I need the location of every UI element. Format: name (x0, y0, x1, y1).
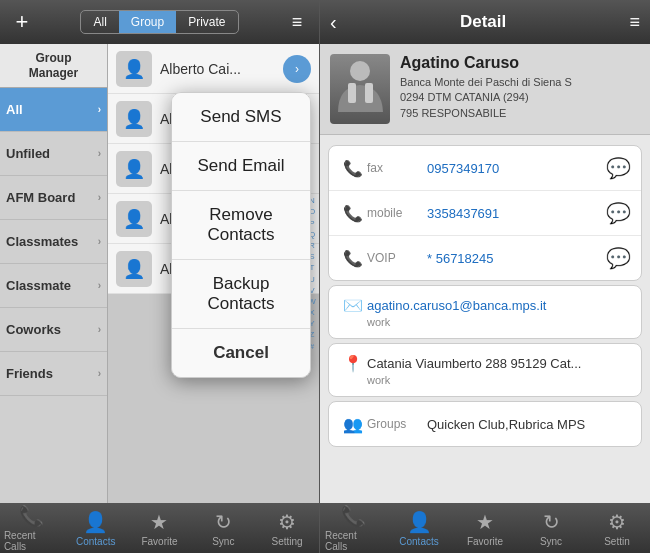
star-icon: ★ (150, 510, 168, 534)
sidebar-item-label: All (6, 102, 23, 117)
chevron-icon: › (98, 324, 101, 335)
sidebar-item-friends[interactable]: Friends › (0, 352, 107, 396)
groups-section: 👥 Groups Quicken Club,Rubrica MPS (328, 401, 642, 447)
chevron-icon: › (98, 280, 101, 291)
contact-company: Banca Monte dei Paschi di Siena S (400, 75, 640, 90)
email-row: ✉️ agatino.caruso1@banca.mps.it work (329, 286, 641, 338)
left-bottom-bar: 📞 Recent Calls 👤 Contacts ★ Favorite ↻ S… (0, 503, 319, 553)
menu-icon[interactable]: ≡ (283, 12, 311, 33)
send-sms-button[interactable]: Send SMS (172, 93, 310, 142)
tab-sync[interactable]: ↻ Sync (195, 510, 251, 547)
tab-label: Recent Calls (325, 530, 381, 552)
phone-icon: 📞 (339, 249, 367, 268)
location-icon: 📍 (339, 354, 367, 373)
detail-tab-sync[interactable]: ↻ Sync (523, 510, 579, 547)
detail-top-bar: ‹ Detail ≡ (320, 0, 650, 44)
detail-tab-favorite[interactable]: ★ Favorite (457, 510, 513, 547)
mobile-row: 📞 mobile 3358437691 💬 (329, 191, 641, 236)
email-value[interactable]: agatino.caruso1@banca.mps.it (367, 298, 631, 313)
chat-icon[interactable]: 💬 (606, 201, 631, 225)
sidebar-item-label: Coworks (6, 322, 61, 337)
sidebar-item-label: AFM Board (6, 190, 75, 205)
sidebar-top: Group Manager (0, 44, 107, 88)
sidebar-item-all[interactable]: All › (0, 88, 107, 132)
svg-rect-2 (365, 83, 373, 103)
detail-bottom-bar: 📞 Recent Calls 👤 Contacts ★ Favorite ↻ S… (320, 503, 650, 553)
chevron-icon: › (98, 236, 101, 247)
tab-group[interactable]: Group (119, 11, 176, 33)
fax-label: fax (367, 161, 427, 175)
left-panel: + All Group Private ≡ Group Manager All … (0, 0, 320, 553)
phone-icon: 📞 (339, 204, 367, 223)
tab-label: Sync (212, 536, 234, 547)
tab-recent-calls[interactable]: 📞 Recent Calls (4, 504, 60, 552)
tab-private[interactable]: Private (176, 11, 237, 33)
settings-icon: ⚙ (278, 510, 296, 534)
contact-header: Agatino Caruso Banca Monte dei Paschi di… (320, 44, 650, 135)
voip-label: VOIP (367, 251, 427, 265)
backup-contacts-button[interactable]: Backup Contacts (172, 260, 310, 329)
phone-icon: 📞 (341, 504, 366, 528)
contact-info: Agatino Caruso Banca Monte dei Paschi di… (400, 54, 640, 121)
email-icon: ✉️ (339, 296, 367, 315)
cancel-button[interactable]: Cancel (172, 329, 310, 377)
avatar: 👤 (116, 101, 152, 137)
tab-all[interactable]: All (81, 11, 118, 33)
chat-icon[interactable]: 💬 (606, 246, 631, 270)
chevron-icon: › (98, 104, 101, 115)
sidebar-item-afm[interactable]: AFM Board › (0, 176, 107, 220)
back-button[interactable]: ‹ (330, 11, 337, 34)
avatar: 👤 (116, 151, 152, 187)
settings-icon: ⚙ (608, 510, 626, 534)
detail-tab-contacts[interactable]: 👤 Contacts (391, 510, 447, 547)
sidebar-item-classmate[interactable]: Classmate › (0, 264, 107, 308)
voip-row: 📞 VOIP * 56718245 💬 (329, 236, 641, 280)
tab-favorite[interactable]: ★ Favorite (131, 510, 187, 547)
group-manager-label: Group Manager (29, 51, 78, 80)
detail-tab-setting[interactable]: ⚙ Settin (589, 510, 645, 547)
left-body: Group Manager All › Unfiled › AFM Board … (0, 44, 319, 503)
address-section: 📍 Catania Viaumberto 288 95129 Cat... wo… (328, 343, 642, 397)
phone-icon: 📞 (19, 504, 44, 528)
detail-tab-recent[interactable]: 📞 Recent Calls (325, 504, 381, 552)
dropdown-overlay: Send SMS Send Email Remove Contacts Back… (163, 88, 319, 382)
photo-inner (330, 54, 390, 124)
avatar: 👤 (116, 51, 152, 87)
detail-body: 📞 fax 0957349170 💬 📞 mobile 3358437691 💬… (320, 135, 650, 503)
dropdown-menu: Send SMS Send Email Remove Contacts Back… (171, 92, 311, 378)
sidebar: Group Manager All › Unfiled › AFM Board … (0, 44, 108, 503)
phone-section: 📞 fax 0957349170 💬 📞 mobile 3358437691 💬… (328, 145, 642, 281)
tab-label: Contacts (399, 536, 438, 547)
fax-row: 📞 fax 0957349170 💬 (329, 146, 641, 191)
groups-row: 👥 Groups Quicken Club,Rubrica MPS (329, 402, 641, 446)
contact-name: Alberto Cai... (160, 61, 283, 77)
add-button[interactable]: + (8, 9, 36, 35)
email-sub-label: work (367, 316, 390, 328)
sidebar-item-label: Classmate (6, 278, 71, 293)
detail-menu-icon[interactable]: ≡ (629, 12, 640, 33)
sidebar-item-label: Unfiled (6, 146, 50, 161)
voip-value[interactable]: * 56718245 (427, 251, 602, 266)
sidebar-item-unfiled[interactable]: Unfiled › (0, 132, 107, 176)
sidebar-item-coworks[interactable]: Coworks › (0, 308, 107, 352)
groups-value: Quicken Club,Rubrica MPS (427, 417, 631, 432)
mobile-value[interactable]: 3358437691 (427, 206, 602, 221)
svg-point-0 (350, 61, 370, 81)
tab-contacts[interactable]: 👤 Contacts (68, 510, 124, 547)
fax-value[interactable]: 0957349170 (427, 161, 602, 176)
email-section: ✉️ agatino.caruso1@banca.mps.it work (328, 285, 642, 339)
tab-setting[interactable]: ⚙ Setting (259, 510, 315, 547)
address-value[interactable]: Catania Viaumberto 288 95129 Cat... (367, 356, 631, 371)
remove-contacts-button[interactable]: Remove Contacts (172, 191, 310, 260)
table-row[interactable]: 👤 Alberto Cai... › (108, 44, 319, 94)
svg-rect-1 (348, 83, 356, 103)
chat-icon[interactable]: 💬 (606, 156, 631, 180)
contact-address1: 0294 DTM CATANIA (294) (400, 90, 640, 105)
tab-group: All Group Private (80, 10, 238, 34)
send-email-button[interactable]: Send Email (172, 142, 310, 191)
tab-label: Sync (540, 536, 562, 547)
sidebar-item-classmates[interactable]: Classmates › (0, 220, 107, 264)
sync-icon: ↻ (215, 510, 232, 534)
tab-label: Favorite (467, 536, 503, 547)
phone-icon: 📞 (339, 159, 367, 178)
